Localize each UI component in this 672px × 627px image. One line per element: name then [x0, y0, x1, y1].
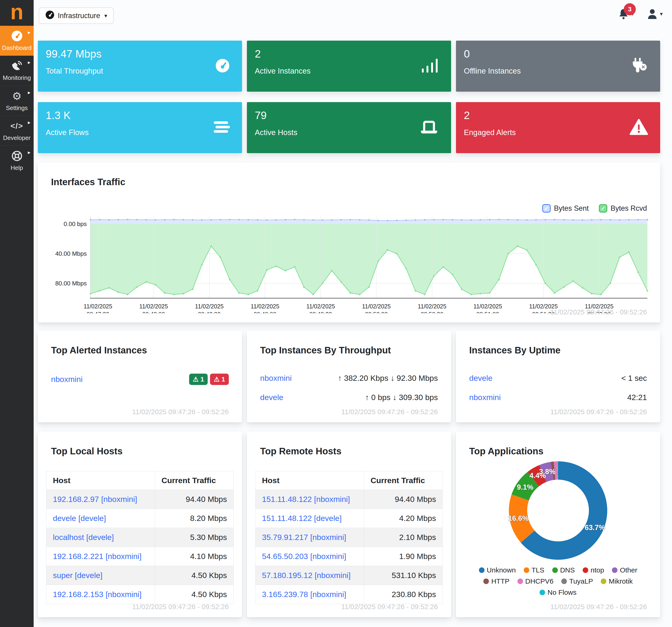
- traffic-value: 531.10 Kbps: [364, 566, 443, 585]
- host-link[interactable]: super [devele]: [53, 571, 102, 580]
- stat-label: Engaged Alerts: [464, 128, 516, 137]
- plug-x-icon: ✕: [630, 57, 648, 75]
- svg-text:11/02/2025: 11/02/2025: [139, 303, 168, 310]
- user-menu-button[interactable]: ▾: [647, 8, 663, 20]
- gear-icon: ⚙: [12, 90, 22, 102]
- legend-item-http[interactable]: HTTP: [483, 577, 509, 585]
- gauge-icon: [11, 30, 23, 42]
- remote-hosts-table: Host Current Traffic 151.11.48.122 [nbox…: [255, 471, 443, 604]
- traffic-value: 230.80 Kbps: [364, 585, 443, 604]
- applications-donut-wrap: 63.7%16.6%9.1%4.4%3.8%: [456, 457, 660, 564]
- top-instances-by-throughput-card: Top Instances By Throughput nboxmini ↑ 3…: [247, 331, 451, 422]
- stat-value: 0: [464, 48, 470, 60]
- sidebar-nav: Dashboard ▸ Monitoring ▸⚙ Settings ▸</> …: [0, 26, 34, 175]
- svg-text:✕: ✕: [641, 64, 645, 70]
- user-icon: [647, 8, 657, 20]
- uptime-value: 42:21: [627, 393, 647, 402]
- sidebar-item-settings[interactable]: ⚙ Settings ▸: [0, 86, 34, 116]
- instance-link[interactable]: nboxmini: [469, 393, 501, 402]
- traffic-value: 4.20 Mbps: [364, 509, 443, 528]
- stat-label: Active Instances: [255, 67, 310, 75]
- traffic-value: 94.40 Mbps: [155, 490, 234, 509]
- sidebar-item-developer[interactable]: </> Developer ▸: [0, 116, 34, 145]
- laptop-icon: [419, 120, 439, 135]
- context-label: Infrastructure: [58, 11, 100, 20]
- infrastructure-dropdown[interactable]: Infrastructure ▾: [39, 7, 114, 24]
- svg-text:09:49:30: 09:49:30: [309, 311, 332, 313]
- top-local-hosts-card: Top Local Hosts Host Current Traffic 192…: [38, 432, 242, 617]
- legend-item-mikrotik[interactable]: Mikrotik: [601, 577, 632, 585]
- applications-donut-chart[interactable]: 63.7%16.6%9.1%4.4%3.8%: [505, 457, 611, 564]
- sidebar-item-monitoring[interactable]: Monitoring ▸: [0, 56, 34, 86]
- legend-item-dns[interactable]: DNS: [552, 566, 575, 574]
- code-icon: </>: [10, 120, 23, 132]
- alert-count-badge[interactable]: ⚠1: [210, 373, 229, 385]
- legend-item-unknown[interactable]: Unknown: [479, 566, 516, 574]
- legend-item-ntop[interactable]: ntop: [583, 566, 604, 574]
- up-arrow-icon: ↑: [338, 373, 342, 382]
- alert-count-badge[interactable]: ⚠1: [189, 373, 208, 385]
- legend-item-tls[interactable]: TLS: [524, 566, 544, 574]
- stat-card-engaged-alerts: 2 Engaged Alerts: [456, 102, 660, 153]
- interfaces-traffic-card: Interfaces Traffic ✓ Bytes Sent ✓ Bytes …: [38, 163, 660, 322]
- warning-triangle-icon: ⚠: [193, 376, 199, 383]
- svg-text:09:50:30: 09:50:30: [421, 311, 443, 313]
- svg-text:11/02/2025: 11/02/2025: [473, 303, 502, 310]
- table-row: 151.11.48.122 [nboxmini] 94.40 Mbps: [256, 490, 443, 509]
- ntop-logo[interactable]: n: [0, 0, 34, 26]
- host-link[interactable]: 192.168.2.153 [nboxmini]: [53, 590, 142, 599]
- table-header-row: Host Current Traffic: [256, 471, 443, 490]
- table-row: 57.180.195.12 [nboxmini] 531.10 Kbps: [256, 566, 443, 585]
- traffic-area-chart[interactable]: 0.00 bps40.00 Mbps80.00 Mbps11/02/202509…: [38, 172, 660, 313]
- time-range: 11/02/2025 09:47:26 - 09:52:26: [132, 408, 229, 416]
- stat-card-active-instances: 2 Active Instances: [247, 41, 451, 92]
- notifications-button[interactable]: 3 ▾: [618, 8, 634, 20]
- host-link[interactable]: 54.65.50.203 [nboxmini]: [262, 552, 346, 561]
- legend-item-no-flows[interactable]: No Flows: [539, 588, 576, 596]
- column-header-traffic: Current Traffic: [155, 471, 234, 490]
- host-link[interactable]: 35.79.91.217 [nboxmini]: [262, 533, 346, 541]
- stat-value: 2: [255, 48, 261, 60]
- svg-text:11/02/2025: 11/02/2025: [83, 303, 112, 310]
- host-link[interactable]: 151.11.48.122 [devele]: [262, 514, 341, 523]
- column-header-host: Host: [46, 471, 155, 490]
- legend-item-other[interactable]: Other: [612, 566, 637, 574]
- instance-link[interactable]: devele: [469, 373, 493, 383]
- legend-dot-icon: [583, 568, 588, 573]
- instance-link[interactable]: nboxmini: [260, 373, 292, 383]
- host-link[interactable]: 57.180.195.12 [nboxmini]: [262, 571, 351, 580]
- notification-count-badge: 3: [624, 3, 636, 15]
- legend-dot-icon: [518, 579, 523, 584]
- time-range: 11/02/2025 09:47:26 - 09:52:26: [550, 408, 647, 416]
- warning-triangle-icon: [629, 119, 648, 137]
- donut-percent-label: 9.1%: [517, 483, 533, 491]
- sidebar-item-label: Settings: [6, 104, 28, 112]
- legend-item-tuyalp[interactable]: TuyaLP: [561, 577, 593, 585]
- stat-card-total-throughput: 99.47 Mbps Total Throughput: [38, 41, 242, 92]
- host-link[interactable]: 192.168.2.221 [nboxmini]: [53, 552, 142, 561]
- legend-label: ntop: [591, 566, 604, 574]
- host-link[interactable]: 3.165.239.78 [nboxmini]: [262, 590, 346, 599]
- donut-percent-label: 63.7%: [585, 524, 605, 532]
- host-link[interactable]: localhost [devele]: [53, 533, 114, 541]
- svg-text:11/02/2025: 11/02/2025: [195, 303, 223, 310]
- time-range: 11/02/2025 09:47:26 - 09:52:26: [550, 603, 647, 611]
- instance-link[interactable]: devele: [260, 393, 283, 402]
- stat-value: 2: [464, 109, 470, 122]
- legend-label: TLS: [532, 566, 544, 574]
- traffic-value: 94.40 Mbps: [364, 490, 443, 509]
- card-title: Top Applications: [469, 446, 544, 456]
- host-link[interactable]: 192.168.2.97 [nboxmini]: [53, 495, 137, 504]
- host-link[interactable]: 151.11.48.122 [nboxmini]: [262, 495, 350, 504]
- host-link[interactable]: devele [devele]: [53, 514, 106, 523]
- alert-count: 1: [221, 376, 225, 383]
- sidebar-item-dashboard[interactable]: Dashboard ▸: [0, 26, 34, 56]
- svg-text:09:51:00: 09:51:00: [476, 311, 499, 313]
- instance-link[interactable]: nboxmini: [51, 375, 82, 384]
- top-applications-card: Top Applications 63.7%16.6%9.1%4.4%3.8% …: [456, 432, 660, 617]
- legend-item-dhcpv6[interactable]: DHCPV6: [518, 577, 554, 585]
- sidebar-item-help[interactable]: Help ▸: [0, 145, 34, 175]
- traffic-value: 4.10 Mbps: [155, 547, 234, 566]
- stream-icon: [213, 120, 230, 135]
- svg-text:0.00 bps: 0.00 bps: [64, 220, 87, 227]
